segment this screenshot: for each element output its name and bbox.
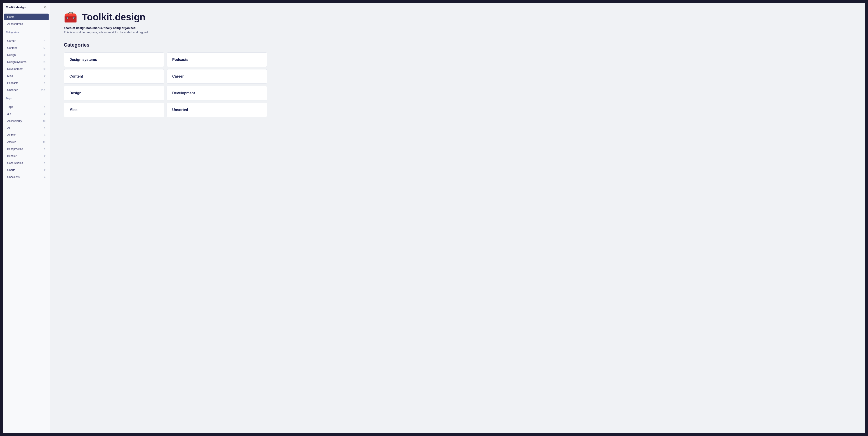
sidebar-item-category[interactable]: Career4: [4, 37, 49, 44]
sidebar-item-tag[interactable]: Bundler2: [4, 153, 49, 159]
category-card[interactable]: Content: [64, 69, 164, 84]
sidebar-header: Toolkit.design ⚙: [3, 3, 50, 12]
sidebar-item-home[interactable]: Home: [4, 13, 49, 20]
hero-title: Toolkit.design: [82, 12, 146, 23]
hero-subtitle-bold: Years of design bookmarks, finally being…: [64, 26, 852, 30]
sidebar-item-category[interactable]: Unsorted251: [4, 87, 49, 93]
category-card[interactable]: Unsorted: [166, 103, 267, 117]
category-card-label: Design systems: [69, 58, 97, 61]
tags-section-label: Tags: [3, 94, 50, 100]
category-card-label: Career: [172, 75, 184, 78]
sidebar-item-tag[interactable]: Best practice1: [4, 146, 49, 152]
category-card[interactable]: Design: [64, 86, 164, 100]
sidebar-item-category[interactable]: Podcasts1: [4, 80, 49, 86]
sidebar-item-category[interactable]: Design systems34: [4, 59, 49, 65]
category-card[interactable]: Podcasts: [166, 53, 267, 67]
category-card[interactable]: Development: [166, 86, 267, 100]
hero-subtitle: This is a work in progress, lots more st…: [64, 31, 852, 34]
sidebar-item-all-resources[interactable]: All resources: [4, 21, 49, 27]
sidebar-item-category[interactable]: Misc2: [4, 72, 49, 79]
category-card[interactable]: Design systems: [64, 53, 164, 67]
main-content: 🧰 Toolkit.design Years of design bookmar…: [50, 3, 865, 433]
category-card-label: Content: [69, 75, 83, 78]
category-card[interactable]: Misc: [64, 103, 164, 117]
gear-icon[interactable]: ⚙: [44, 5, 47, 9]
hero-section: 🧰 Toolkit.design: [64, 12, 852, 23]
category-card-label: Design: [69, 91, 81, 95]
categories-heading: Categories: [64, 42, 852, 48]
sidebar-item-tag[interactable]: Case studies1: [4, 159, 49, 167]
sidebar-item-tag[interactable]: Checklists4: [4, 174, 49, 180]
sidebar-tags-list: Tags13D2Accessibility40AI1Alt text4Artic…: [3, 103, 50, 181]
sidebar-app-title: Toolkit.design: [6, 6, 26, 9]
category-card-label: Development: [172, 91, 195, 95]
sidebar-item-tag[interactable]: Tags1: [4, 104, 49, 110]
sidebar-item-tag[interactable]: 3D2: [4, 111, 49, 117]
category-card-label: Misc: [69, 108, 78, 112]
sidebar: Toolkit.design ⚙ Home All resources Cate…: [3, 3, 50, 433]
sidebar-item-tag[interactable]: Alt text4: [4, 132, 49, 138]
sidebar-item-tag[interactable]: Charts2: [4, 167, 49, 173]
sidebar-item-category[interactable]: Content37: [4, 45, 49, 51]
sidebar-categories-list: Career4Content37Design60Design systems34…: [3, 37, 50, 94]
hero-description: Years of design bookmarks, finally being…: [64, 26, 852, 34]
sidebar-item-category[interactable]: Development30: [4, 65, 49, 72]
categories-grid: Design systemsPodcastsContentCareerDesig…: [64, 53, 267, 117]
hero-icon: 🧰: [64, 12, 77, 23]
divider: [5, 36, 48, 36]
window-frame: Toolkit.design ⚙ Home All resources Cate…: [3, 3, 865, 433]
category-card[interactable]: Career: [166, 69, 267, 84]
sidebar-item-category[interactable]: Design60: [4, 52, 49, 58]
categories-section-label: Categories: [3, 28, 50, 34]
category-card-label: Podcasts: [172, 58, 188, 61]
sidebar-item-tag[interactable]: Articles49: [4, 139, 49, 145]
category-card-label: Unsorted: [172, 108, 188, 112]
sidebar-item-tag[interactable]: Accessibility40: [4, 118, 49, 124]
sidebar-item-tag[interactable]: AI1: [4, 125, 49, 132]
